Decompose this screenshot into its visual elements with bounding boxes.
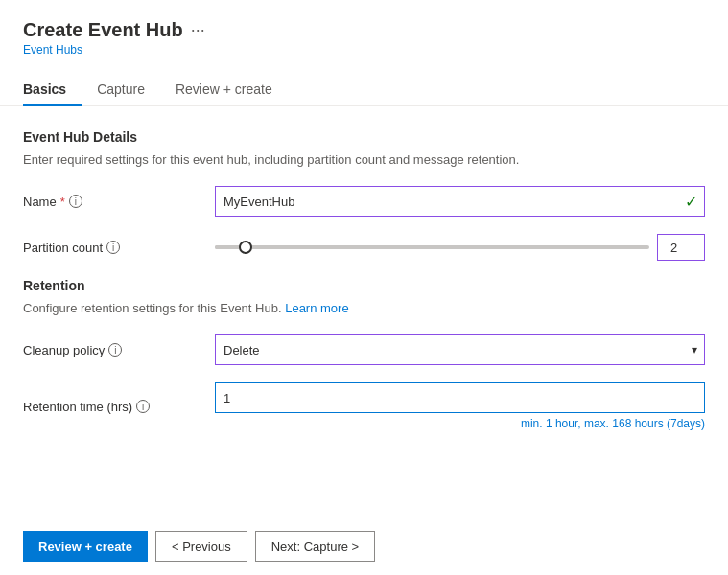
next-button[interactable]: Next: Capture > (255, 531, 375, 562)
tab-capture[interactable]: Capture (82, 74, 160, 106)
tab-bar: Basics Capture Review + create (0, 74, 728, 106)
section1-title: Event Hub Details (23, 129, 705, 145)
partition-field-row: Partition count i (23, 234, 705, 261)
footer: Review + create < Previous Next: Capture… (0, 517, 728, 575)
section1-desc: Enter required settings for this event h… (23, 152, 705, 167)
name-label: Name * i (23, 195, 215, 209)
retention-title: Retention (23, 278, 705, 293)
cleanup-policy-select[interactable]: Delete Compact (215, 334, 705, 365)
name-field-row: Name * i ✓ (23, 186, 705, 217)
validation-check-icon: ✓ (685, 193, 697, 211)
retention-time-info-icon[interactable]: i (136, 400, 150, 413)
review-create-button[interactable]: Review + create (23, 531, 148, 562)
partition-info-icon[interactable]: i (106, 241, 120, 254)
partition-slider-thumb[interactable] (239, 241, 252, 254)
tab-basics[interactable]: Basics (23, 74, 82, 106)
retention-time-field-row: Retention time (hrs) i min. 1 hour, max.… (23, 382, 705, 430)
tab-review-create[interactable]: Review + create (160, 74, 288, 106)
retention-desc: Configure retention settings for this Ev… (23, 301, 705, 315)
partition-label: Partition count i (23, 241, 215, 255)
page-title: Create Event Hub (23, 19, 183, 41)
name-info-icon[interactable]: i (69, 195, 82, 208)
partition-value-input[interactable] (657, 234, 705, 261)
retention-section: Retention Configure retention settings f… (23, 278, 705, 430)
name-required: * (60, 195, 65, 209)
learn-more-link[interactable]: Learn more (285, 301, 348, 315)
name-input-container: ✓ (215, 186, 705, 217)
breadcrumb[interactable]: Event Hubs (23, 43, 705, 57)
cleanup-label: Cleanup policy i (23, 343, 215, 357)
retention-time-input[interactable] (215, 382, 705, 413)
page-header: Create Event Hub ··· Event Hubs (0, 0, 728, 64)
previous-button[interactable]: < Previous (155, 531, 247, 562)
ellipsis-menu[interactable]: ··· (191, 20, 205, 40)
main-content: Event Hub Details Enter required setting… (0, 106, 728, 517)
retention-hint: min. 1 hour, max. 168 hours (7days) (215, 417, 705, 430)
name-input[interactable] (215, 186, 705, 217)
partition-input-container (215, 234, 705, 261)
retention-time-label: Retention time (hrs) i (23, 400, 215, 414)
cleanup-info-icon[interactable]: i (108, 343, 122, 356)
partition-slider-track[interactable] (215, 245, 649, 249)
cleanup-input-container: Delete Compact ▾ (215, 334, 705, 365)
retention-time-input-container: min. 1 hour, max. 168 hours (7days) (215, 382, 705, 430)
cleanup-field-row: Cleanup policy i Delete Compact ▾ (23, 334, 705, 365)
